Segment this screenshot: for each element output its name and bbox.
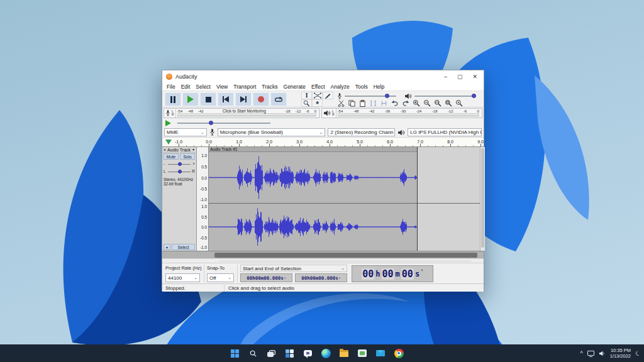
track-menu-dropdown[interactable]: ▼ bbox=[192, 148, 195, 151]
pan-thumb[interactable] bbox=[178, 170, 182, 173]
trim-audio-button[interactable] bbox=[369, 99, 378, 107]
recording-device-select[interactable]: Microphone (Blue Snowball)⌄ bbox=[218, 128, 326, 136]
menu-edit[interactable]: Edit bbox=[181, 84, 191, 90]
fit-project-button[interactable] bbox=[443, 99, 453, 107]
network-icon[interactable] bbox=[587, 351, 594, 356]
transport-toolbar bbox=[165, 92, 287, 106]
multi-tool-button[interactable]: * bbox=[312, 99, 323, 107]
menu-generate[interactable]: Generate bbox=[284, 84, 306, 90]
track-name[interactable]: Audio Track bbox=[167, 148, 191, 152]
envelope-tool-button[interactable] bbox=[312, 92, 323, 99]
zoom-out-button[interactable] bbox=[422, 99, 431, 107]
zoom-in-button[interactable] bbox=[411, 99, 421, 107]
taskbar-chrome-button[interactable] bbox=[392, 346, 406, 360]
mute-button[interactable]: Mute bbox=[164, 153, 179, 160]
taskbar-widgets-button[interactable] bbox=[282, 346, 296, 360]
recording-volume-slider[interactable] bbox=[337, 93, 396, 99]
taskbar-task-view-button[interactable] bbox=[264, 346, 278, 360]
zoom-tool-button[interactable] bbox=[301, 99, 312, 107]
copy-button[interactable] bbox=[347, 99, 357, 107]
playback-meter[interactable]: LR -54-48-42-36-30-24-18-12-60 bbox=[321, 108, 482, 118]
close-button[interactable]: ✕ bbox=[472, 70, 477, 83]
menu-tools[interactable]: Tools bbox=[355, 84, 368, 90]
menu-analyze[interactable]: Analyze bbox=[331, 84, 350, 90]
solo-button[interactable]: Solo bbox=[180, 153, 195, 160]
recording-volume-thumb[interactable] bbox=[385, 94, 389, 98]
stop-button[interactable] bbox=[200, 92, 216, 106]
audio-host-select[interactable]: MME⌄ bbox=[164, 128, 207, 136]
minimize-button[interactable]: – bbox=[444, 70, 447, 83]
silence-audio-button[interactable] bbox=[379, 99, 389, 107]
volume-icon[interactable] bbox=[599, 348, 606, 359]
horizontal-scrollbar-thumb[interactable] bbox=[214, 253, 477, 258]
pan-slider[interactable]: L R bbox=[164, 168, 195, 175]
play-button[interactable] bbox=[182, 92, 199, 106]
meter-scale-label: -36 bbox=[385, 109, 391, 113]
meter-scale-label: -48 bbox=[187, 109, 193, 113]
taskbar-file-explorer-button[interactable] bbox=[337, 346, 351, 360]
menu-tracks[interactable]: Tracks bbox=[262, 84, 277, 90]
fit-selection-button[interactable] bbox=[433, 99, 442, 107]
waveform-region[interactable]: Audio Track #1 bbox=[209, 147, 480, 251]
play-speed-thumb[interactable] bbox=[209, 121, 213, 125]
record-button[interactable] bbox=[253, 92, 269, 106]
undo-button[interactable] bbox=[390, 99, 399, 107]
selection-mode-select[interactable]: Start and End of Selection⌄ bbox=[240, 265, 347, 272]
draw-tool-button[interactable] bbox=[323, 92, 333, 99]
toolbar-resizer[interactable] bbox=[162, 258, 484, 263]
playback-volume-thumb[interactable] bbox=[472, 94, 476, 98]
timeline-ruler[interactable]: -1.00.01.02.03.04.05.06.07.08.09.0 bbox=[162, 138, 484, 147]
timeline-pin-icon[interactable] bbox=[165, 140, 172, 145]
horizontal-scrollbar[interactable] bbox=[162, 251, 484, 258]
play-speed-slider[interactable] bbox=[177, 123, 270, 124]
vertical-scale-ruler[interactable]: 1.00.50.0-0.5-1.01.00.50.0-0.5-1.0 bbox=[197, 147, 209, 251]
select-track-button[interactable]: Select bbox=[172, 244, 195, 250]
redo-button[interactable] bbox=[401, 99, 410, 107]
taskbar-store-button[interactable] bbox=[355, 346, 369, 360]
skip-to-start-button[interactable] bbox=[218, 92, 234, 106]
monitor-hint-text[interactable]: Click to Start Monitoring bbox=[209, 109, 280, 113]
recording-meter[interactable]: LR -54-48-42Click to Start Monitoring-18… bbox=[164, 108, 319, 118]
selection-tool-button[interactable]: I bbox=[301, 92, 312, 99]
collapse-track-button[interactable]: ▲ bbox=[164, 244, 170, 250]
cut-button[interactable] bbox=[336, 99, 346, 107]
skip-to-end-button[interactable] bbox=[235, 92, 252, 106]
menu-effect[interactable]: Effect bbox=[311, 84, 325, 90]
track-control-panel[interactable]: × Audio Track ▼ Mute Solo - + L R bbox=[162, 147, 197, 251]
taskbar-search-button[interactable] bbox=[246, 346, 260, 360]
selection-start-field[interactable]: 00h00m00.000s▾ bbox=[240, 273, 292, 282]
trim-audio-icon bbox=[370, 100, 377, 107]
menu-view[interactable]: View bbox=[216, 84, 228, 90]
maximize-button[interactable]: ▢ bbox=[457, 70, 463, 83]
track-close-button[interactable]: × bbox=[164, 148, 166, 152]
clock[interactable]: 10:35 PM 1/13/2022 bbox=[610, 348, 631, 359]
playback-volume-slider[interactable] bbox=[404, 93, 476, 99]
title-bar[interactable]: Audacity – ▢ ✕ bbox=[162, 70, 484, 83]
menu-help[interactable]: Help bbox=[374, 84, 384, 90]
snap-to-select[interactable]: Off⌄ bbox=[207, 273, 234, 282]
focus-assist-moon-icon[interactable]: ☾ bbox=[635, 349, 642, 357]
menu-select[interactable]: Select bbox=[196, 84, 211, 90]
zoom-toggle-button[interactable] bbox=[454, 99, 464, 107]
gain-slider[interactable]: - + bbox=[164, 161, 195, 168]
pause-button[interactable] bbox=[165, 92, 181, 106]
tray-overflow-chevron-icon[interactable]: ^ bbox=[580, 350, 582, 356]
taskbar-mail-button[interactable] bbox=[374, 346, 387, 360]
audio-position-display[interactable]: 00h 00m 00s ▾ bbox=[352, 265, 433, 282]
menu-file[interactable]: File bbox=[167, 84, 175, 90]
playback-device-select[interactable]: LG IPS FULLHD (NVIDIA High Defi⌄ bbox=[408, 128, 482, 136]
stereo-waveform[interactable] bbox=[209, 147, 480, 251]
selection-end-field[interactable]: 00h00m00.000s▾ bbox=[295, 273, 347, 282]
gain-thumb[interactable] bbox=[178, 162, 182, 166]
play-at-speed-button[interactable] bbox=[165, 120, 171, 126]
menu-transport[interactable]: Transport bbox=[233, 84, 256, 90]
taskbar-edge-button[interactable] bbox=[319, 346, 333, 360]
taskbar-start-button[interactable] bbox=[228, 346, 242, 360]
loop-button[interactable] bbox=[270, 92, 287, 106]
paste-button[interactable] bbox=[358, 99, 367, 107]
vertical-scrollbar-thumb[interactable] bbox=[481, 148, 484, 248]
project-rate-select[interactable]: 44100⌄ bbox=[165, 273, 200, 282]
taskbar-chat-button[interactable] bbox=[301, 346, 314, 360]
vertical-scrollbar[interactable] bbox=[480, 147, 485, 251]
recording-channels-select[interactable]: 2 (Stereo) Recording Chann⌄ bbox=[328, 128, 395, 136]
